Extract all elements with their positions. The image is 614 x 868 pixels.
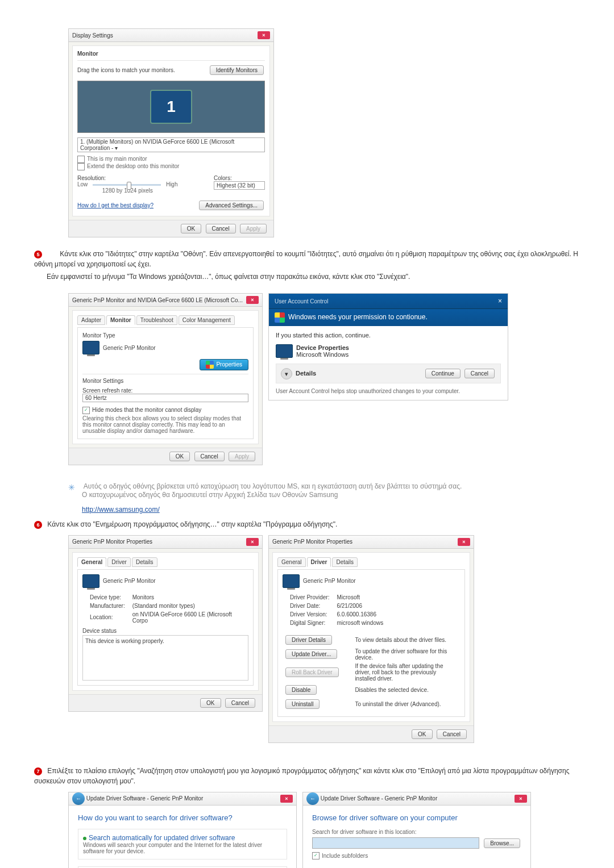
back-icon[interactable]: ← xyxy=(72,792,85,805)
close-icon[interactable]: × xyxy=(498,297,502,305)
dialog-prop-general: Generic PnP Monitor Properties × General… xyxy=(68,535,263,712)
step-6-text: 6 Κάντε κλικ στο "Ενημέρωση προγράμματος… xyxy=(34,519,580,529)
note-block: ✳ Αυτός ο οδηγός οθόνης βρίσκεται υπό κα… xyxy=(68,482,580,514)
step-7-badge: 7 xyxy=(34,767,42,775)
path-input[interactable] xyxy=(312,837,479,849)
back-icon[interactable]: ← xyxy=(306,792,319,805)
close-icon[interactable]: × xyxy=(280,795,293,803)
chk-extend-label: Extend the desktop onto this monitor xyxy=(87,163,179,169)
dialog-uac: User Account Control × Windows needs you… xyxy=(268,293,508,400)
close-icon[interactable]: × xyxy=(246,296,259,304)
samsung-link[interactable]: http://www.samsung.com/ xyxy=(82,506,160,514)
checkbox-hide-modes[interactable]: ✓ xyxy=(82,407,90,414)
continue-button[interactable]: Continue xyxy=(425,369,460,378)
uac-prop: Device Properties xyxy=(296,344,349,351)
hide-modes-desc: Clearing this check box allows you to se… xyxy=(82,415,248,434)
note-icon: ✳ xyxy=(68,483,76,491)
monitor-type-label: Monitor Type xyxy=(82,332,248,339)
disable-button[interactable]: Disable xyxy=(285,685,317,695)
window-title: Update Driver Software - Generic PnP Mon… xyxy=(321,795,437,802)
cancel-button[interactable]: Cancel xyxy=(464,369,495,378)
checkbox-extend-desktop xyxy=(77,163,85,170)
titlebar: Display Settings × xyxy=(69,29,273,42)
ok-button[interactable]: OK xyxy=(181,224,201,233)
tab-row: Adapter Monitor Troubleshoot Color Manag… xyxy=(77,315,254,325)
driver-details-button[interactable]: Driver Details xyxy=(285,635,332,645)
colors-select[interactable]: Highest (32 bit) xyxy=(214,181,265,190)
uac-started: If you started this action, continue. xyxy=(276,332,501,339)
tab-general[interactable]: General xyxy=(277,557,306,567)
question-heading: How do you want to search for driver sof… xyxy=(78,813,287,822)
colors-label: Colors: xyxy=(214,175,265,181)
window-title: Display Settings xyxy=(72,32,113,39)
monitor-icon xyxy=(283,574,300,588)
cancel-button[interactable]: Cancel xyxy=(437,729,467,739)
close-icon[interactable]: × xyxy=(458,538,470,546)
tab-details[interactable]: Details xyxy=(332,557,358,567)
chk-main-label: This is my main monitor xyxy=(87,156,147,162)
ok-button[interactable]: OK xyxy=(169,452,190,461)
identify-monitors-button[interactable]: Identify Monitors xyxy=(210,65,264,75)
close-icon[interactable]: × xyxy=(246,538,259,546)
tab-color-management[interactable]: Color Management xyxy=(179,315,235,325)
uac-footer: User Account Control helps stop unauthor… xyxy=(276,388,501,394)
details-toggle[interactable]: Details xyxy=(296,369,316,376)
tab-general[interactable]: General xyxy=(77,557,106,567)
browse-heading: Browse for driver software on your compu… xyxy=(312,813,521,822)
rollback-button: Roll Back Driver xyxy=(285,667,339,677)
step-7-text: 7 Επιλέξτε το πλαίσιο επιλογής "Αναζήτησ… xyxy=(34,766,580,786)
uac-title: User Account Control xyxy=(275,298,329,304)
monitor-icon xyxy=(82,574,99,588)
monitor-icon[interactable]: 1 xyxy=(150,90,192,124)
option-auto-search[interactable]: Search automatically for updated driver … xyxy=(78,829,287,859)
properties-button[interactable]: Properties xyxy=(200,359,248,370)
step-5-text: 5 Κάντε κλικ στο "Ιδιότητες" στην καρτέλ… xyxy=(34,249,580,282)
dialog-display-settings: Display Settings × Monitor Drag the icon… xyxy=(68,28,274,237)
step-5-badge: 5 xyxy=(34,251,42,258)
checkbox-main-monitor xyxy=(77,156,85,163)
resolution-label: Resolution: xyxy=(77,175,178,181)
monitor-type-value: Generic PnP Monitor xyxy=(103,345,156,351)
apply-button: Apply xyxy=(240,224,267,233)
arrow-icon xyxy=(83,837,86,840)
ok-button[interactable]: OK xyxy=(412,729,432,739)
uac-headline: Windows needs your permission to contion… xyxy=(288,313,428,321)
refresh-select[interactable]: 60 Hertz xyxy=(82,394,248,402)
drag-text: Drag the icons to match your monitors. xyxy=(77,67,175,73)
close-icon[interactable]: × xyxy=(515,795,527,803)
monitor-settings-label: Monitor Settings xyxy=(82,378,248,384)
cancel-button[interactable]: Cancel xyxy=(194,452,225,461)
browse-button[interactable]: Browse... xyxy=(484,838,520,848)
tab-troubleshoot[interactable]: Troubleshoot xyxy=(136,315,177,325)
cancel-button[interactable]: Cancel xyxy=(225,698,255,708)
monitor-label: Monitor xyxy=(77,51,265,57)
window-title: Update Driver Software - Generic PnP Mon… xyxy=(86,795,203,802)
uninstall-button[interactable]: Uninstall xyxy=(285,699,320,709)
device-icon xyxy=(276,344,293,358)
advanced-settings-button[interactable]: Advanced Settings... xyxy=(199,201,264,210)
dialog-monitor-properties: Generic PnP Monitor and NVIDIA GeForce 6… xyxy=(68,293,263,465)
shield-icon xyxy=(275,312,285,323)
resolution-slider[interactable] xyxy=(93,184,161,186)
ok-button[interactable]: OK xyxy=(200,698,221,708)
help-link[interactable]: How do I get the best display? xyxy=(77,202,154,208)
monitor-select[interactable]: 1. (Multiple Monitors) on NVIDIA GeForce… xyxy=(77,137,265,152)
uac-publisher: Microsoft Windows xyxy=(296,351,349,358)
search-label: Search for driver software in this locat… xyxy=(312,829,521,835)
tab-driver[interactable]: Driver xyxy=(107,557,131,567)
chevron-down-icon[interactable]: ▾ xyxy=(281,368,292,379)
dialog-update-driver-1: ← Update Driver Software - Generic PnP M… xyxy=(68,792,297,868)
checkbox-include-subfolders[interactable]: ✓ xyxy=(312,852,320,859)
device-status-label: Device status xyxy=(82,628,248,634)
apply-button: Apply xyxy=(229,452,255,461)
tab-details[interactable]: Details xyxy=(132,557,157,567)
close-icon[interactable]: × xyxy=(258,31,270,39)
device-status-box: This device is working properly. xyxy=(82,635,248,681)
refresh-label: Screen refresh rate: xyxy=(82,387,248,394)
window-title: Generic PnP Monitor Properties xyxy=(72,539,152,545)
update-driver-button[interactable]: Update Driver... xyxy=(285,649,337,659)
cancel-button[interactable]: Cancel xyxy=(206,224,236,233)
tab-driver[interactable]: Driver xyxy=(307,557,331,567)
tab-monitor[interactable]: Monitor xyxy=(106,315,135,325)
tab-adapter[interactable]: Adapter xyxy=(77,315,105,325)
